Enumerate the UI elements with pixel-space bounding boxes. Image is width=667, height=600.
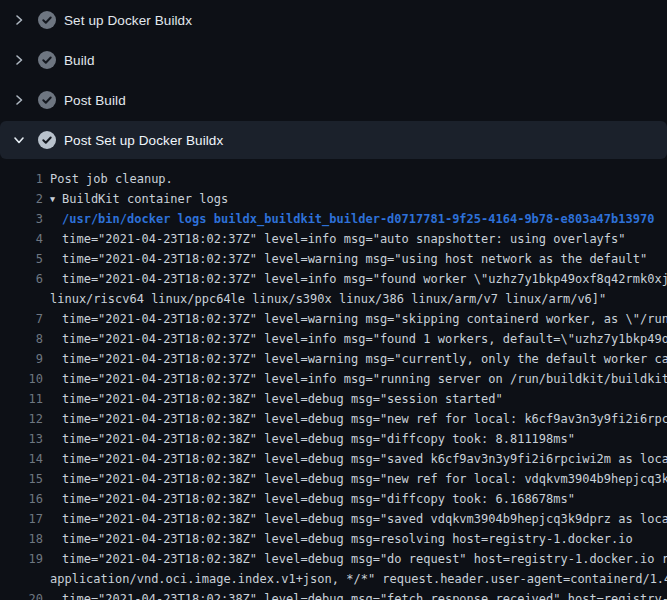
log-line: 7 time="2021-04-23T18:02:37Z" level=warn… [0, 309, 667, 329]
line-text: time="2021-04-23T18:02:37Z" level=info m… [62, 369, 667, 389]
line-text: time="2021-04-23T18:02:37Z" level=warnin… [62, 349, 667, 369]
steps-list: Set up Docker Buildx Build Post Build [0, 0, 667, 160]
line-number[interactable]: 16 [0, 489, 43, 509]
line-number[interactable]: 15 [0, 469, 43, 489]
chevron-down-icon [12, 133, 26, 147]
chevron-right-icon [12, 53, 26, 67]
log-line: 5 time="2021-04-23T18:02:37Z" level=warn… [0, 249, 667, 269]
line-text: time="2021-04-23T18:02:38Z" level=debug … [62, 449, 667, 469]
line-number[interactable] [0, 289, 43, 309]
line-number[interactable]: 11 [0, 389, 43, 409]
line-text: time="2021-04-23T18:02:37Z" level=info m… [62, 269, 667, 289]
line-number[interactable]: 9 [0, 349, 43, 369]
log-line: 14 time="2021-04-23T18:02:38Z" level=deb… [0, 449, 667, 469]
log-line: linux/riscv64 linux/ppc64le linux/s390x … [0, 289, 667, 309]
line-number[interactable]: 5 [0, 249, 43, 269]
step-row-post-set-up-docker-buildx[interactable]: Post Set up Docker Buildx [0, 121, 667, 159]
log-area: 1 Post job cleanup. 2 ▼BuildKit containe… [0, 169, 667, 600]
line-number[interactable]: 4 [0, 229, 43, 249]
line-number[interactable]: 6 [0, 269, 43, 289]
log-line: application/vnd.oci.image.index.v1+json,… [0, 569, 667, 589]
step-label: Post Set up Docker Buildx [64, 133, 223, 148]
line-text: time="2021-04-23T18:02:37Z" level=info m… [62, 229, 626, 249]
log-line: 17 time="2021-04-23T18:02:38Z" level=deb… [0, 509, 667, 529]
log-line: 9 time="2021-04-23T18:02:37Z" level=warn… [0, 349, 667, 369]
log-line: 4 time="2021-04-23T18:02:37Z" level=info… [0, 229, 667, 249]
line-text: time="2021-04-23T18:02:38Z" level=debug … [62, 389, 503, 409]
line-number[interactable]: 10 [0, 369, 43, 389]
line-number[interactable]: 18 [0, 529, 43, 549]
log-line: 11 time="2021-04-23T18:02:38Z" level=deb… [0, 389, 667, 409]
log-line: 6 time="2021-04-23T18:02:37Z" level=info… [0, 269, 667, 289]
line-text: time="2021-04-23T18:02:38Z" level=debug … [62, 469, 667, 489]
line-text: time="2021-04-23T18:02:38Z" level=debug … [62, 489, 575, 509]
line-number[interactable]: 19 [0, 549, 43, 569]
line-text: /usr/bin/docker logs buildx_buildkit_bui… [62, 209, 654, 229]
log-line: 1 Post job cleanup. [0, 169, 667, 189]
log-line: 15 time="2021-04-23T18:02:38Z" level=deb… [0, 469, 667, 489]
line-number[interactable]: 13 [0, 429, 43, 449]
line-number[interactable]: 7 [0, 309, 43, 329]
line-text: time="2021-04-23T18:02:38Z" level=debug … [62, 549, 667, 569]
step-label: Post Build [64, 93, 126, 108]
line-number[interactable]: 20 [0, 589, 43, 600]
line-number[interactable]: 2 [0, 189, 43, 209]
line-text: Post job cleanup. [50, 169, 173, 189]
check-circle-icon [38, 51, 56, 69]
log-line: 18 time="2021-04-23T18:02:38Z" level=deb… [0, 529, 667, 549]
log-line: 12 time="2021-04-23T18:02:38Z" level=deb… [0, 409, 667, 429]
group-caret-icon: ▼ [50, 189, 62, 209]
line-number[interactable]: 14 [0, 449, 43, 469]
log-line: 10 time="2021-04-23T18:02:37Z" level=inf… [0, 369, 667, 389]
log-line: 3 /usr/bin/docker logs buildx_buildkit_b… [0, 209, 667, 229]
log-line[interactable]: 2 ▼BuildKit container logs [0, 189, 667, 209]
line-text: time="2021-04-23T18:02:38Z" level=debug … [62, 429, 575, 449]
step-row-set-up-docker-buildx[interactable]: Set up Docker Buildx [0, 0, 667, 40]
line-text: time="2021-04-23T18:02:37Z" level=warnin… [62, 309, 667, 329]
line-number[interactable]: 12 [0, 409, 43, 429]
step-row-build[interactable]: Build [0, 40, 667, 80]
line-text: time="2021-04-23T18:02:38Z" level=debug … [62, 409, 667, 429]
check-circle-icon [38, 11, 56, 29]
log-line: 20 time="2021-04-23T18:02:38Z" level=deb… [0, 589, 667, 600]
line-text: time="2021-04-23T18:02:37Z" level=warnin… [62, 249, 647, 269]
log-line: 13 time="2021-04-23T18:02:38Z" level=deb… [0, 429, 667, 449]
line-text: time="2021-04-23T18:02:38Z" level=debug … [62, 529, 633, 549]
log-line: 8 time="2021-04-23T18:02:37Z" level=info… [0, 329, 667, 349]
line-text: time="2021-04-23T18:02:38Z" level=debug … [62, 589, 667, 600]
log-line: 19 time="2021-04-23T18:02:38Z" level=deb… [0, 549, 667, 569]
line-number[interactable] [0, 569, 43, 589]
check-circle-icon [38, 91, 56, 109]
chevron-right-icon [12, 13, 26, 27]
step-label: Build [64, 53, 95, 68]
line-text: linux/riscv64 linux/ppc64le linux/s390x … [50, 289, 606, 309]
actions-log-viewer: Set up Docker Buildx Build Post Build [0, 0, 667, 600]
line-number[interactable]: 3 [0, 209, 43, 229]
log-line: 16 time="2021-04-23T18:02:38Z" level=deb… [0, 489, 667, 509]
line-text: time="2021-04-23T18:02:38Z" level=debug … [62, 509, 667, 529]
line-text: time="2021-04-23T18:02:37Z" level=info m… [62, 329, 667, 349]
line-number[interactable]: 1 [0, 169, 43, 189]
line-text: application/vnd.oci.image.index.v1+json,… [50, 569, 667, 589]
check-circle-icon [38, 131, 56, 149]
line-number[interactable]: 17 [0, 509, 43, 529]
step-label: Set up Docker Buildx [64, 13, 192, 28]
chevron-right-icon [12, 93, 26, 107]
line-text: ▼BuildKit container logs [50, 189, 228, 209]
line-number[interactable]: 8 [0, 329, 43, 349]
step-row-post-build[interactable]: Post Build [0, 80, 667, 120]
